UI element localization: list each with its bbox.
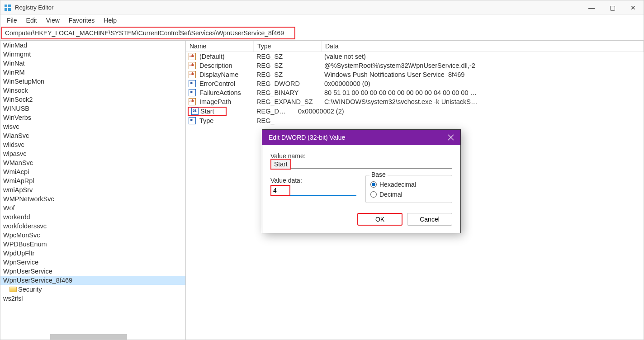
dialog-close-icon[interactable] xyxy=(448,134,454,141)
base-group: Base Hexadecimal Decimal xyxy=(365,175,452,203)
tree-item[interactable]: WpnUserService_8f469 xyxy=(0,276,185,285)
dialog-titlebar[interactable]: Edit DWORD (32-bit) Value xyxy=(262,130,460,145)
window-title: Registry Editor xyxy=(15,4,581,11)
tree-item[interactable]: WINUSB xyxy=(0,104,185,113)
tree-item[interactable]: Winsock xyxy=(0,86,185,95)
binary-icon xyxy=(189,117,196,124)
app-icon xyxy=(4,4,11,11)
value-data-label: Value data: xyxy=(270,177,356,184)
dialog-title: Edit DWORD (32-bit) Value xyxy=(269,134,345,141)
binary-icon xyxy=(189,80,196,87)
tree-item[interactable]: WpnService xyxy=(0,258,185,267)
menu-view[interactable]: View xyxy=(42,16,64,25)
svg-rect-0 xyxy=(5,5,7,7)
titlebar[interactable]: Registry Editor — ▢ ✕ xyxy=(0,0,644,15)
radio-hexadecimal[interactable]: Hexadecimal xyxy=(370,181,447,188)
value-row[interactable]: TypeREG_ xyxy=(186,116,644,125)
col-header-name[interactable]: Name xyxy=(186,41,254,52)
base-label: Base xyxy=(369,171,388,178)
value-row[interactable]: (Default)REG_SZ(value not set) xyxy=(186,52,644,61)
menubar: File Edit View Favorites Help xyxy=(0,15,644,26)
string-icon xyxy=(189,53,196,60)
string-icon xyxy=(189,71,196,78)
tree-pane[interactable]: WinMadWinmgmtWinNatWinRMWinSetupMonWinso… xyxy=(0,41,186,340)
menu-file[interactable]: File xyxy=(2,16,22,25)
value-row[interactable]: FailureActionsREG_BINARY80 51 01 00 00 0… xyxy=(186,88,644,97)
tree-item[interactable]: WinRM xyxy=(0,68,185,77)
tree-item[interactable]: WinMad xyxy=(0,41,185,50)
close-button[interactable]: ✕ xyxy=(623,0,644,15)
tree-item[interactable]: WpnUserService xyxy=(0,267,185,276)
tree-item[interactable]: WmiApRpl xyxy=(0,176,185,185)
tree-item[interactable]: wlidsvc xyxy=(0,140,185,149)
value-row[interactable]: DisplayNameREG_SZWindows Push Notificati… xyxy=(186,70,644,79)
tree-item[interactable]: wmiApSrv xyxy=(0,185,185,194)
svg-rect-2 xyxy=(5,8,7,11)
tree-item[interactable]: WinVerbs xyxy=(0,113,185,122)
string-icon xyxy=(189,98,196,105)
tree-item[interactable]: WlanSvc xyxy=(0,131,185,140)
tree-item[interactable]: WinSock2 xyxy=(0,95,185,104)
tree-item[interactable]: WpdUpFltr xyxy=(0,249,185,258)
address-path: Computer\HKEY_LOCAL_MACHINE\SYSTEM\Curre… xyxy=(5,29,284,37)
list-header[interactable]: Name Type Data xyxy=(186,41,644,52)
folder-icon xyxy=(9,287,17,292)
minimize-button[interactable]: — xyxy=(581,0,602,15)
value-name-label: Value name: xyxy=(270,152,452,160)
address-bar[interactable]: Computer\HKEY_LOCAL_MACHINE\SYSTEM\Curre… xyxy=(1,27,295,39)
edit-dword-dialog: Edit DWORD (32-bit) Value Value name: St… xyxy=(262,129,461,233)
tree-item[interactable]: Security xyxy=(0,285,185,294)
tree-item[interactable]: WMPNetworkSvc xyxy=(0,194,185,203)
tree-item[interactable]: WPDBusEnum xyxy=(0,240,185,249)
value-name-field[interactable]: Start xyxy=(270,159,291,170)
tree-item[interactable]: workerdd xyxy=(0,212,185,222)
value-row[interactable]: ErrorControlREG_DWORD0x00000000 (0) xyxy=(186,79,644,88)
binary-icon xyxy=(189,89,196,96)
tree-item[interactable]: wisvc xyxy=(0,122,185,131)
tree-item[interactable]: WManSvc xyxy=(0,158,185,167)
tree-item[interactable]: WinNat xyxy=(0,59,185,68)
ok-button[interactable]: OK xyxy=(357,213,402,226)
tree-item[interactable]: Winmgmt xyxy=(0,50,185,59)
value-row[interactable]: StartREG_DWORD0x00000002 (2) xyxy=(186,106,644,116)
tree-item[interactable]: Wof xyxy=(0,203,185,212)
tree-item[interactable]: WmiAcpi xyxy=(0,167,185,176)
radio-icon xyxy=(370,191,377,198)
svg-rect-1 xyxy=(8,5,11,7)
tree-item[interactable]: wlpasvc xyxy=(0,149,185,158)
tree-item[interactable]: ws2ifsl xyxy=(0,294,185,303)
svg-rect-3 xyxy=(8,8,11,11)
value-row[interactable]: DescriptionREG_SZ@%SystemRoot%\system32\… xyxy=(186,61,644,70)
tree-item[interactable]: WinSetupMon xyxy=(0,77,185,86)
menu-favorites[interactable]: Favorites xyxy=(64,16,99,25)
cancel-button[interactable]: Cancel xyxy=(407,213,452,226)
string-icon xyxy=(189,62,196,69)
binary-icon xyxy=(191,108,199,115)
tree-item[interactable]: workfolderssvc xyxy=(0,222,185,231)
col-header-data[interactable]: Data xyxy=(322,41,644,52)
radio-decimal[interactable]: Decimal xyxy=(370,191,447,198)
radio-icon xyxy=(370,181,377,188)
col-header-type[interactable]: Type xyxy=(254,41,322,52)
menu-help[interactable]: Help xyxy=(99,16,121,25)
value-data-field[interactable]: 4 xyxy=(270,185,290,196)
tree-item[interactable]: WpcMonSvc xyxy=(0,231,185,240)
maximize-button[interactable]: ▢ xyxy=(602,0,623,15)
value-row[interactable]: ImagePathREG_EXPAND_SZC:\WINDOWS\system3… xyxy=(186,97,644,106)
menu-edit[interactable]: Edit xyxy=(22,16,42,25)
horizontal-scrollbar[interactable] xyxy=(50,334,127,340)
